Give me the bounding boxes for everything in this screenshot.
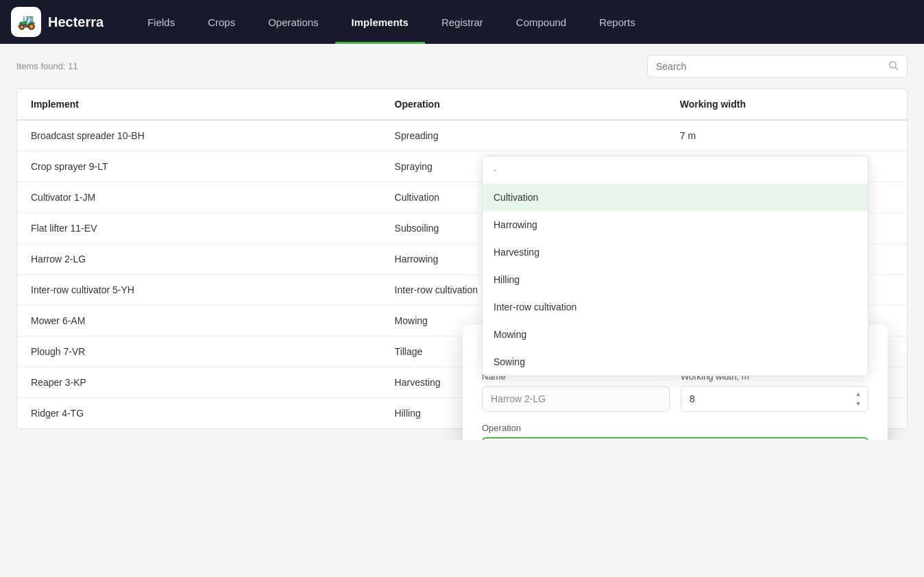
navbar: 🚜 Hecterra Fields Crops Operations Imple… (0, 0, 924, 44)
search-input[interactable] (656, 61, 882, 72)
nav-fields[interactable]: Fields (131, 0, 191, 44)
top-bar: Items found: 11 (16, 55, 908, 77)
width-input[interactable] (681, 386, 868, 412)
dropdown-item-dash[interactable]: - (483, 156, 868, 184)
form-row-top: Name Working width, m ▲ ▼ (482, 371, 868, 423)
form-group-width: Working width, m ▲ ▼ (681, 371, 868, 412)
operation-select-wrap: Harrowing ▲ (482, 437, 868, 440)
cell-implement: Plough 7-VR (17, 336, 381, 367)
dropdown-item-harvesting[interactable]: Harvesting (483, 238, 868, 266)
app-name: Hecterra (48, 14, 104, 30)
cell-implement: Broadcast spreader 10-BH (17, 120, 381, 151)
spin-buttons: ▲ ▼ (852, 390, 864, 408)
dropdown-item-mowing[interactable]: Mowing (483, 321, 868, 348)
cell-operation: Spreading (381, 120, 666, 151)
cell-implement: Inter-row cultivator 5-YH (17, 275, 381, 306)
search-box (647, 55, 908, 77)
nav-compound[interactable]: Compound (500, 0, 583, 44)
cell-width: 7 m (666, 120, 907, 151)
cell-implement: Flat lifter 11-EV (17, 213, 381, 244)
main-content: Items found: 11 Implement Operation Work… (0, 44, 924, 440)
logo-icon: 🚜 (11, 7, 41, 37)
cell-implement: Cultivator 1-JM (17, 182, 381, 213)
spin-down-button[interactable]: ▼ (852, 400, 864, 408)
name-input[interactable] (482, 386, 670, 412)
operation-label: Operation (482, 423, 868, 433)
operation-dropdown-list: - Cultivation Harrowing Harvesting Hilli… (482, 156, 868, 376)
col-implement: Implement (17, 89, 381, 120)
nav-implements[interactable]: Implements (335, 0, 425, 44)
form-group-name: Name (482, 371, 670, 412)
cell-implement: Crop sprayer 9-LT (17, 151, 381, 182)
nav-crops[interactable]: Crops (191, 0, 252, 44)
svg-point-0 (890, 62, 896, 68)
form-group-operation: Operation - Cultivation Harrowing Harves… (482, 423, 868, 440)
dropdown-list-inner[interactable]: - Cultivation Harrowing Harvesting Hilli… (483, 156, 868, 376)
search-icon (888, 60, 899, 73)
nav-registrar[interactable]: Registrar (425, 0, 500, 44)
cell-implement: Ridger 4-TG (17, 398, 381, 429)
dropdown-item-harrowing[interactable]: Harrowing (483, 211, 868, 238)
dropdown-item-sowing[interactable]: Sowing (483, 348, 868, 376)
dropdown-item-cultivation[interactable]: Cultivation (483, 184, 868, 211)
width-input-wrap: ▲ ▼ (681, 386, 868, 412)
cell-implement: Harrow 2-LG (17, 244, 381, 275)
dropdown-item-hilling[interactable]: Hilling (483, 266, 868, 293)
cell-implement: Reaper 3-KP (17, 367, 381, 398)
col-width: Working width (666, 89, 907, 120)
table-row[interactable]: Broadcast spreader 10-BH Spreading 7 m (17, 120, 907, 151)
items-found-label: Items found: 11 (16, 61, 78, 71)
cell-implement: Mower 6-AM (17, 306, 381, 336)
svg-line-1 (895, 67, 898, 70)
operation-select[interactable]: Harrowing (482, 437, 868, 440)
spin-up-button[interactable]: ▲ (852, 390, 864, 398)
nav-operations[interactable]: Operations (252, 0, 335, 44)
nav-links: Fields Crops Operations Implements Regis… (131, 0, 913, 44)
table-header-row: Implement Operation Working width (17, 89, 907, 120)
col-operation: Operation (381, 89, 666, 120)
edit-modal: Edit: Harrow 2-LG Name Working width, m … (463, 325, 888, 440)
dropdown-item-inter-row[interactable]: Inter-row cultivation (483, 293, 868, 321)
logo-area: 🚜 Hecterra (11, 7, 104, 37)
nav-reports[interactable]: Reports (583, 0, 652, 44)
